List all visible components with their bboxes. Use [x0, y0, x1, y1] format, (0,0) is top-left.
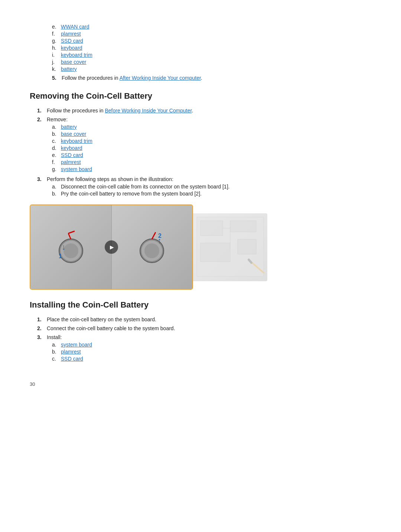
step2-label: Remove:	[47, 116, 68, 122]
before-working-link[interactable]: Before Working Inside Your Computer	[105, 108, 192, 114]
step3a-text: Disconnect the coin-cell cable from its …	[61, 184, 229, 190]
item-letter: d.	[52, 145, 59, 151]
list-item: i. keyboard trim	[52, 52, 371, 58]
svg-text:2: 2	[158, 233, 162, 239]
svg-line-10	[152, 232, 156, 239]
keyboard-link[interactable]: keyboard	[61, 145, 82, 151]
install-sub-list: a. system board b. plamrest c. SSD card	[47, 342, 371, 362]
step1-prefix: Follow the procedures in	[47, 108, 105, 114]
item-letter: e.	[52, 152, 59, 158]
svg-line-4	[68, 231, 75, 233]
ssd-card-link-top[interactable]: SSD card	[61, 38, 83, 44]
system-board-link[interactable]: system board	[61, 166, 92, 172]
item-letter: f.	[52, 31, 59, 37]
install-step3-num: 3.	[37, 334, 45, 363]
install-step1-num: 1.	[37, 316, 45, 322]
step5-list: 5. Follow the procedures in After Workin…	[52, 75, 371, 81]
item-letter: b.	[52, 131, 59, 137]
svg-rect-16	[200, 243, 230, 262]
svg-text:1: 1	[59, 253, 62, 259]
removing-steps: 1. Follow the procedures in Before Worki…	[30, 108, 371, 198]
svg-line-3	[68, 233, 71, 239]
main-illustration: ↓ 1 ▶ ↑	[30, 204, 193, 290]
list-item: c. keyboard trim	[52, 138, 371, 144]
item-letter: g.	[52, 166, 59, 172]
list-item: b. base cover	[52, 131, 371, 137]
top-sub-list: e. WWAN card f. plamrest g. SSD card h. …	[52, 24, 371, 72]
coin-battery-svg-left: ↓ 1	[54, 230, 88, 264]
step2-content: Remove: a. battery b. base cover c. keyb…	[47, 116, 371, 173]
item-letter: k.	[52, 66, 59, 72]
illustration-panel-right: ↑ 2	[112, 205, 193, 289]
play-icon[interactable]: ▶	[105, 240, 118, 254]
remove-step2: 2. Remove: a. battery b. base cover c. k…	[37, 116, 371, 173]
list-item: d. keyboard	[52, 145, 371, 151]
step2-num: 2.	[37, 116, 45, 173]
step3a-item: a. Disconnect the coin-cell cable from i…	[52, 184, 371, 190]
svg-text:↓: ↓	[62, 242, 66, 252]
item-letter: e.	[52, 24, 59, 30]
list-item: h. keyboard	[52, 45, 371, 51]
list-item: j. base cover	[52, 59, 371, 65]
step5-suffix: .	[201, 75, 202, 81]
battery-link-top[interactable]: battery	[61, 66, 77, 72]
coin-cell-visual: ↓ 1 ▶ ↑	[30, 205, 192, 289]
install-list-item: c. SSD card	[52, 356, 371, 362]
item-letter: a.	[52, 124, 59, 130]
step3-sub-list: a. Disconnect the coin-cell cable from i…	[47, 184, 371, 197]
motherboard-svg	[193, 213, 267, 280]
step1-suffix: .	[192, 108, 193, 114]
install-step1-content: Place the coin-cell battery on the syste…	[47, 316, 371, 322]
step3b-text: Pry the coin-cell battery to remove from…	[61, 191, 202, 197]
install-step3: 3. Install: a. system board b. plamrest …	[37, 334, 371, 363]
svg-rect-15	[230, 221, 256, 232]
step1-num: 1.	[37, 108, 45, 114]
remove-step1: 1. Follow the procedures in Before Worki…	[37, 108, 371, 114]
step3a-letter: a.	[52, 184, 59, 190]
svg-rect-14	[200, 221, 223, 236]
install-step2-content: Connect the coin-cell battery cable to t…	[47, 325, 371, 331]
list-item: f. palmrest	[52, 159, 371, 165]
page-number: 30	[30, 381, 371, 387]
svg-rect-17	[238, 239, 256, 254]
install-step2-num: 2.	[37, 325, 45, 331]
keyboard-trim-link[interactable]: keyboard trim	[61, 138, 92, 144]
list-item: e. WWAN card	[52, 24, 371, 30]
removing-heading: Removing the Coin-Cell Battery	[30, 91, 371, 102]
play-symbol: ▶	[110, 244, 114, 250]
top-list-section: e. WWAN card f. plamrest g. SSD card h. …	[30, 24, 371, 81]
base-cover-link-top[interactable]: base cover	[61, 59, 86, 65]
item-letter: c.	[52, 138, 59, 144]
list-item: e. SSD card	[52, 152, 371, 158]
item-letter: g.	[52, 38, 59, 44]
install-step2: 2. Connect the coin-cell battery cable t…	[37, 325, 371, 331]
illustration-panel-left: ↓ 1	[30, 205, 112, 289]
palmrest-link-top[interactable]: plamrest	[61, 31, 81, 37]
item-letter: b.	[52, 349, 59, 355]
palmrest-link[interactable]: palmrest	[61, 159, 81, 165]
list-item: g. system board	[52, 166, 371, 172]
step3-num: 3.	[37, 176, 45, 198]
step3-content: Perform the following steps as shown in …	[47, 176, 371, 198]
item-letter: j.	[52, 59, 59, 65]
ssd-install-link[interactable]: SSD card	[61, 356, 83, 362]
installing-steps: 1. Place the coin-cell battery on the sy…	[30, 316, 371, 363]
item-letter: h.	[52, 45, 59, 51]
battery-link[interactable]: battery	[61, 124, 77, 130]
motherboard-faded-image	[193, 213, 267, 281]
coin-battery-svg-right: ↑ 2	[135, 230, 169, 264]
remove-step3: 3. Perform the following steps as shown …	[37, 176, 371, 198]
item-letter: f.	[52, 159, 59, 165]
wwan-card-link[interactable]: WWAN card	[61, 24, 89, 30]
step5-content: Follow the procedures in After Working I…	[62, 75, 371, 81]
base-cover-link[interactable]: base cover	[61, 131, 86, 137]
ssd-card-link[interactable]: SSD card	[61, 152, 83, 158]
step5-item: 5. Follow the procedures in After Workin…	[52, 75, 371, 81]
system-board-install-link[interactable]: system board	[61, 342, 92, 348]
list-item: k. battery	[52, 66, 371, 72]
palmrest-install-link[interactable]: plamrest	[61, 349, 81, 355]
after-working-link[interactable]: After Working Inside Your computer	[120, 75, 201, 81]
keyboard-trim-link-top[interactable]: keyboard trim	[61, 52, 92, 58]
keyboard-link-top[interactable]: keyboard	[61, 45, 82, 51]
svg-point-9	[144, 243, 159, 258]
